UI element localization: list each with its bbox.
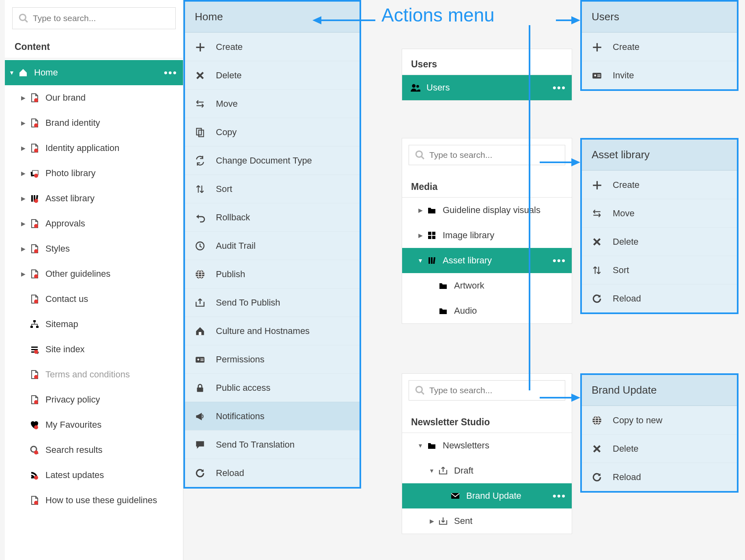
doc-icon — [28, 244, 41, 254]
menu-item-audit-trail[interactable]: Audit Trail — [185, 231, 360, 260]
menu-item-send-to-publish[interactable]: Send To Publish — [185, 288, 360, 317]
menu-item-delete[interactable]: Delete — [185, 61, 360, 89]
tree-item[interactable]: How to use these guidelines — [5, 488, 183, 513]
menu-item-label: Create — [216, 42, 243, 52]
tree-label: Latest updates — [45, 470, 104, 480]
tree-item[interactable]: ▶Approvals — [5, 211, 183, 236]
doc-icon — [28, 118, 41, 128]
tree-label: My Favourites — [45, 420, 101, 430]
menu-item-public-access[interactable]: Public access — [185, 373, 360, 402]
menu-item-notifications[interactable]: Notifications — [185, 402, 360, 430]
users-icon — [409, 82, 422, 93]
tree-item[interactable]: Terms and conditions — [5, 362, 183, 387]
tree-item[interactable]: ▼Newsletters — [402, 433, 572, 458]
tree-label: Site index — [45, 344, 85, 355]
menu-item-change-document-type[interactable]: Change Document Type — [185, 146, 360, 174]
menu-item-permissions[interactable]: Permissions — [185, 345, 360, 373]
menu-item-sort[interactable]: Sort — [185, 174, 360, 203]
tree-item[interactable]: Contact us — [5, 286, 183, 312]
tree-item[interactable]: ▶Sent — [402, 508, 572, 534]
tree-item[interactable]: Artwork — [402, 273, 572, 298]
content-search[interactable] — [12, 7, 176, 29]
menu-item-copy[interactable]: Copy — [185, 118, 360, 146]
tree-label: Asset library — [45, 193, 95, 204]
tree-item[interactable]: Privacy policy — [5, 387, 183, 412]
tree-users[interactable]: Users ••• — [402, 75, 572, 100]
caret-icon: ▶ — [18, 145, 28, 151]
actions-dots[interactable]: ••• — [553, 82, 566, 94]
doc-icon — [28, 395, 41, 405]
tree-item[interactable]: ▶Our brand — [5, 85, 183, 110]
menu-item-publish[interactable]: Publish — [185, 260, 360, 288]
tree-home[interactable]: ▼ Home ••• — [5, 60, 183, 85]
speech-icon — [195, 439, 205, 450]
caret-icon: ▶ — [18, 271, 28, 277]
search-icon — [415, 385, 425, 396]
tree-item[interactable]: Brand Update••• — [402, 483, 572, 508]
menu-item-label: Send To Publish — [216, 297, 280, 308]
tree-item[interactable]: Latest updates — [5, 463, 183, 488]
search-input[interactable] — [32, 13, 170, 24]
tree-item[interactable]: ▶Identity application — [5, 136, 183, 161]
house-icon — [195, 326, 205, 336]
menu-item-invite[interactable]: Invite — [582, 61, 737, 89]
tree-item[interactable]: ▶Other guidelines — [5, 261, 183, 286]
tree-item[interactable]: My Favourites — [5, 412, 183, 437]
menu-item-delete[interactable]: Delete — [582, 434, 737, 463]
svg-marker-34 — [571, 16, 580, 24]
tree-item[interactable]: Sitemap — [5, 312, 183, 337]
tree-item[interactable]: ▶Guideline display visuals — [402, 198, 572, 223]
menu-item-create[interactable]: Create — [582, 32, 737, 61]
menu-item-copy-to-new[interactable]: Copy to new — [582, 406, 737, 434]
tree-item[interactable]: Search results — [5, 437, 183, 463]
menu-item-move[interactable]: Move — [582, 199, 737, 227]
menu-item-create[interactable]: Create — [582, 170, 737, 199]
home-icon — [17, 68, 29, 78]
x-icon — [195, 70, 205, 81]
tree-label: Home — [34, 67, 58, 78]
menu-item-label: Create — [613, 42, 639, 52]
menu-item-label: Delete — [216, 70, 242, 81]
menu-title: Users — [582, 2, 737, 32]
actions-dots[interactable]: ••• — [553, 490, 566, 502]
menu-item-culture-and-hostnames[interactable]: Culture and Hostnames — [185, 317, 360, 345]
library-icon — [426, 256, 438, 265]
tree-item[interactable]: ▶Asset library — [5, 186, 183, 211]
caret-icon: ▶ — [426, 518, 437, 524]
menu-item-move[interactable]: Move — [185, 89, 360, 118]
doc-icon — [28, 294, 41, 304]
tree-item[interactable]: Audio — [402, 298, 572, 323]
menu-item-create[interactable]: Create — [185, 32, 360, 61]
swap-icon — [195, 155, 205, 166]
menu-item-send-to-translation[interactable]: Send To Translation — [185, 430, 360, 459]
menu-item-delete[interactable]: Delete — [582, 227, 737, 256]
menu-item-sort[interactable]: Sort — [582, 256, 737, 284]
newsletter-heading: Newsletter Studio — [402, 407, 572, 433]
actions-menu-asset: Asset library CreateMoveDeleteSortReload — [580, 138, 739, 314]
menu-item-reload[interactable]: Reload — [582, 463, 737, 491]
caret-icon: ▶ — [18, 95, 28, 101]
menu-item-rollback[interactable]: Rollback — [185, 203, 360, 231]
tree-label: Approvals — [45, 218, 85, 229]
menu-item-label: Reload — [613, 293, 641, 304]
menu-item-reload[interactable]: Reload — [582, 284, 737, 312]
tree-item[interactable]: ▼Asset library••• — [402, 248, 572, 273]
actions-dots[interactable]: ••• — [553, 254, 566, 267]
tree-label: Contact us — [45, 294, 88, 304]
tree-item[interactable]: ▶Photo library — [5, 161, 183, 186]
menu-item-reload[interactable]: Reload — [185, 459, 360, 487]
tree-item[interactable]: ▶Brand identity — [5, 110, 183, 136]
menu-item-label: Change Document Type — [216, 155, 312, 166]
photos-icon — [28, 168, 41, 178]
arrow-right-users — [556, 12, 580, 28]
search-icon — [18, 13, 29, 24]
tree-label: Brand Update — [466, 491, 521, 501]
tree-item[interactable]: Site index — [5, 337, 183, 362]
tree-item[interactable]: ▶Image library — [402, 223, 572, 248]
tree-item[interactable]: ▶Styles — [5, 236, 183, 261]
menu-item-label: Audit Trail — [216, 241, 256, 251]
actions-dots[interactable]: ••• — [164, 67, 177, 79]
content-panel: Content ▼ Home ••• ▶Our brand▶Brand iden… — [5, 0, 183, 560]
tree-item[interactable]: ▼Draft — [402, 458, 572, 483]
menu-item-label: Culture and Hostnames — [216, 326, 310, 336]
